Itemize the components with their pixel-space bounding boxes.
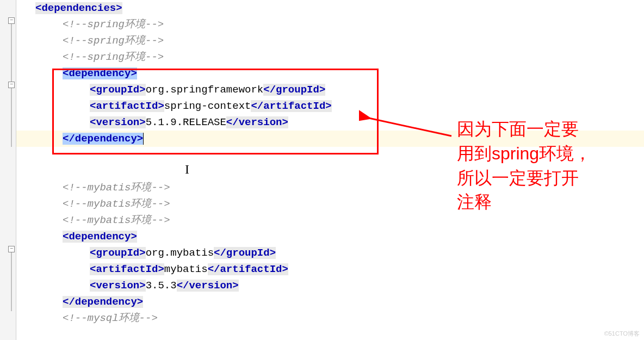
fold-marker-icon[interactable]: − <box>8 82 15 88</box>
xml-comment: <!--spring环境--> <box>63 18 164 30</box>
xml-tag: <artifactId> <box>90 100 164 112</box>
code-line: <!--spring环境--> <box>19 49 644 65</box>
fold-marker-icon[interactable]: − <box>8 17 15 24</box>
xml-tag: </version> <box>226 116 288 128</box>
editor-gutter: − − − <box>0 0 16 340</box>
xml-text: org.springframework <box>146 84 264 96</box>
xml-comment: <!--mybatis环境--> <box>63 182 170 194</box>
xml-comment: <!--spring环境--> <box>63 35 164 47</box>
xml-tag: </version> <box>177 280 239 292</box>
xml-comment: <!--spring环境--> <box>63 51 164 63</box>
code-line: </dependency> <box>19 294 644 310</box>
code-line: <!--spring环境--> <box>19 16 644 33</box>
xml-tag: <groupId> <box>90 247 146 259</box>
code-line: <!--spring环境--> <box>19 33 644 49</box>
code-line: <!--mybatis环境--> <box>19 212 644 228</box>
xml-text: 3.5.3 <box>146 280 177 292</box>
code-line: <artifactId>spring-context</artifactId> <box>19 98 644 114</box>
annotation-line: 因为下面一定要 <box>457 117 591 141</box>
xml-tag: </groupId> <box>214 247 276 259</box>
xml-text: spring-context <box>164 100 251 112</box>
xml-tag: <dependencies> <box>35 2 122 14</box>
annotation-line: 用到spring环境， <box>457 141 591 166</box>
xml-tag: <artifactId> <box>90 263 164 275</box>
code-line: <artifactId>mybatis</artifactId> <box>19 261 644 277</box>
code-line: <dependencies> <box>19 0 644 16</box>
xml-text: 5.1.9.RELEASE <box>146 116 226 128</box>
code-line: <version>3.5.3</version> <box>19 277 644 294</box>
code-line: <groupId>org.springframework</groupId> <box>19 82 644 98</box>
xml-tag: </dependency> <box>63 133 143 145</box>
watermark-text: ©51CTO博客 <box>604 330 640 338</box>
annotation-line: 注释 <box>457 190 591 214</box>
xml-tag: </artifactId> <box>251 100 331 112</box>
xml-tag: </artifactId> <box>208 263 288 275</box>
text-cursor-icon: I <box>185 162 189 177</box>
xml-tag: </groupId> <box>263 84 325 96</box>
xml-text: mybatis <box>164 263 208 275</box>
xml-tag: <dependency> <box>63 231 137 243</box>
xml-text: org.mybatis <box>146 247 214 259</box>
fold-marker-icon[interactable]: − <box>8 246 15 252</box>
annotation-line: 所以一定要打开 <box>457 166 591 190</box>
code-line: <dependency> <box>19 65 644 82</box>
code-line: <!--mysql环境--> <box>19 310 644 326</box>
xml-tag: <groupId> <box>90 84 146 96</box>
xml-comment: <!--mybatis环境--> <box>63 214 170 226</box>
xml-tag: <version> <box>90 280 146 292</box>
xml-tag: <version> <box>90 116 146 128</box>
annotation-text: 因为下面一定要 用到spring环境， 所以一定要打开 注释 <box>457 117 591 214</box>
xml-tag: </dependency> <box>63 296 143 308</box>
code-line: <groupId>org.mybatis</groupId> <box>19 245 644 261</box>
xml-tag: <dependency> <box>63 67 137 79</box>
xml-comment: <!--mybatis环境--> <box>63 198 170 210</box>
xml-comment: <!--mysql环境--> <box>63 312 158 324</box>
code-line: <dependency> <box>19 228 644 245</box>
